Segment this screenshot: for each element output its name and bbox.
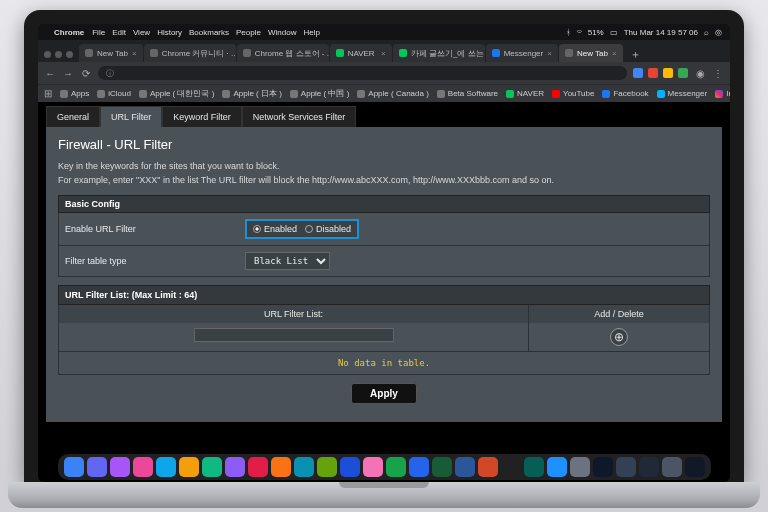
menubar-item[interactable]: File: [92, 28, 105, 37]
extension-icon[interactable]: [633, 68, 643, 78]
url-filter-input[interactable]: [194, 328, 394, 342]
spotlight-icon[interactable]: ⌕: [704, 28, 709, 37]
bookmark-icon: [357, 90, 365, 98]
menubar-item[interactable]: View: [133, 28, 150, 37]
back-button[interactable]: ←: [44, 67, 56, 79]
dock-app-icon[interactable]: [110, 457, 130, 477]
bookmark-item[interactable]: Facebook: [602, 89, 648, 98]
close-tab-icon[interactable]: ×: [132, 49, 137, 58]
profile-icon[interactable]: ◉: [694, 67, 706, 79]
no-data-message: No data in table.: [59, 351, 709, 374]
apply-button[interactable]: Apply: [351, 383, 417, 404]
dock-app-icon[interactable]: [501, 457, 521, 477]
dock-app-icon[interactable]: [363, 457, 383, 477]
bookmark-item[interactable]: Apple ( 대한민국 ): [139, 88, 214, 99]
radio-enabled[interactable]: Enabled: [253, 224, 297, 234]
reload-button[interactable]: ⟳: [80, 67, 92, 79]
bookmark-item[interactable]: Apps: [60, 89, 89, 98]
bookmark-item[interactable]: Apple ( Canada ): [357, 89, 428, 98]
window-controls[interactable]: [42, 51, 79, 62]
bookmark-item[interactable]: Beta Software: [437, 89, 498, 98]
bookmark-item[interactable]: iCloud: [97, 89, 131, 98]
forward-button[interactable]: →: [62, 67, 74, 79]
extension-icon[interactable]: [678, 68, 688, 78]
radio-icon: [253, 225, 261, 233]
dock-app-icon[interactable]: [547, 457, 567, 477]
bookmark-label: Messenger: [668, 89, 708, 98]
dock-app-icon[interactable]: [156, 457, 176, 477]
bookmark-item[interactable]: NAVER: [506, 89, 544, 98]
new-tab-button[interactable]: ＋: [624, 47, 647, 62]
menubar-item[interactable]: Window: [268, 28, 296, 37]
browser-tab[interactable]: New Tab×: [559, 44, 623, 62]
bookmark-item[interactable]: Instagram: [715, 89, 730, 98]
radio-disabled[interactable]: Disabled: [305, 224, 351, 234]
dock-app-icon[interactable]: [271, 457, 291, 477]
apps-icon[interactable]: ⊞: [44, 88, 52, 100]
filter-type-select[interactable]: Black List: [245, 252, 330, 270]
extension-icon[interactable]: [648, 68, 658, 78]
minimize-icon[interactable]: [55, 51, 62, 58]
dock-app-icon[interactable]: [64, 457, 84, 477]
dock-app-icon[interactable]: [294, 457, 314, 477]
browser-tab[interactable]: Messenger×: [486, 44, 558, 62]
close-tab-icon[interactable]: ×: [381, 49, 386, 58]
browser-tab[interactable]: Chrome 커뮤니티 · ...×: [144, 44, 236, 62]
dock-app-icon[interactable]: [409, 457, 429, 477]
dock-app-icon[interactable]: [179, 457, 199, 477]
dock-app-icon[interactable]: [662, 457, 682, 477]
dock-app-icon[interactable]: [478, 457, 498, 477]
row-filter-table-type: Filter table type Black List: [58, 246, 710, 277]
zoom-icon[interactable]: [66, 51, 73, 58]
bluetooth-icon[interactable]: ᚼ: [566, 28, 571, 37]
close-tab-icon[interactable]: ×: [547, 49, 552, 58]
dock-app-icon[interactable]: [570, 457, 590, 477]
dock-app-icon[interactable]: [386, 457, 406, 477]
close-tab-icon[interactable]: ×: [612, 49, 617, 58]
add-button[interactable]: ⊕: [610, 328, 628, 346]
browser-tab[interactable]: 카페 글쓰기_에 쓰는 사...×: [393, 44, 485, 62]
firewall-tab[interactable]: Keyword Filter: [162, 106, 242, 127]
battery-icon[interactable]: ▭: [610, 28, 618, 37]
menubar-item[interactable]: People: [236, 28, 261, 37]
extension-icon[interactable]: [663, 68, 673, 78]
dock-app-icon[interactable]: [133, 457, 153, 477]
dock-app-icon[interactable]: [87, 457, 107, 477]
bookmark-item[interactable]: Apple ( 日本 ): [222, 88, 281, 99]
control-center-icon[interactable]: ◎: [715, 28, 722, 37]
dock-app-icon[interactable]: [225, 457, 245, 477]
menubar-app[interactable]: Chrome: [54, 28, 84, 37]
bookmark-item[interactable]: Apple ( 中国 ): [290, 88, 349, 99]
dock-app-icon[interactable]: [432, 457, 452, 477]
dock-app-icon[interactable]: [455, 457, 475, 477]
mac-menubar: Chrome FileEditViewHistoryBookmarksPeopl…: [38, 24, 730, 40]
dock-app-icon[interactable]: [685, 457, 705, 477]
menubar-item[interactable]: Help: [303, 28, 319, 37]
menubar-item[interactable]: Bookmarks: [189, 28, 229, 37]
site-info-icon[interactable]: ⓘ: [106, 68, 114, 79]
chrome-menu-icon[interactable]: ⋮: [712, 67, 724, 79]
dock-app-icon[interactable]: [616, 457, 636, 477]
dock-app-icon[interactable]: [639, 457, 659, 477]
browser-tab[interactable]: New Tab×: [79, 44, 143, 62]
close-icon[interactable]: [44, 51, 51, 58]
bookmark-item[interactable]: YouTube: [552, 89, 594, 98]
firewall-tab[interactable]: URL Filter: [100, 106, 162, 127]
firewall-tab[interactable]: General: [46, 106, 100, 127]
dock-app-icon[interactable]: [593, 457, 613, 477]
dock-app-icon[interactable]: [340, 457, 360, 477]
dock-app-icon[interactable]: [317, 457, 337, 477]
bookmark-icon: [290, 90, 298, 98]
browser-tab[interactable]: Chrome 웹 스토어 - ...×: [237, 44, 329, 62]
dock-app-icon[interactable]: [524, 457, 544, 477]
bookmark-item[interactable]: Messenger: [657, 89, 708, 98]
browser-tab[interactable]: NAVER×: [330, 44, 392, 62]
dock-app-icon[interactable]: [202, 457, 222, 477]
dock-app-icon[interactable]: [248, 457, 268, 477]
bookmark-label: Beta Software: [448, 89, 498, 98]
menubar-item[interactable]: History: [157, 28, 182, 37]
address-bar[interactable]: ⓘ: [98, 66, 627, 80]
menubar-item[interactable]: Edit: [112, 28, 126, 37]
firewall-tab[interactable]: Network Services Filter: [242, 106, 357, 127]
wifi-icon[interactable]: ⌔: [577, 28, 582, 37]
